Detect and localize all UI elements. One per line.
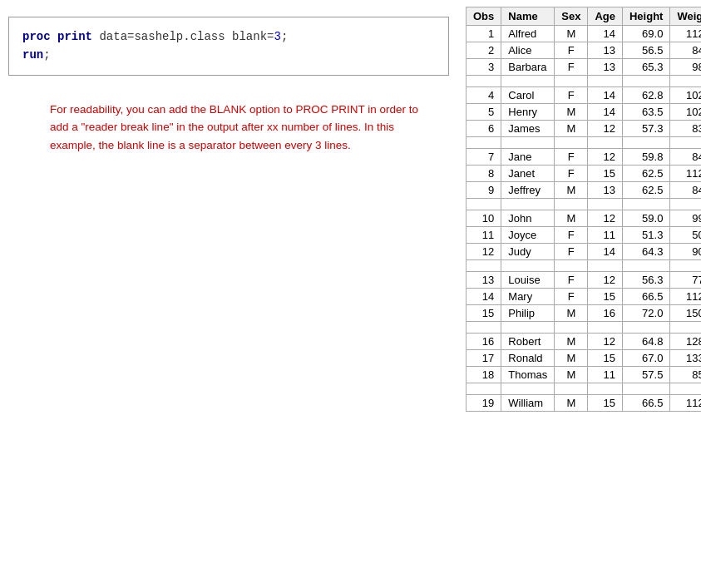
col-age: Age: [588, 7, 623, 26]
cell-sex: M: [555, 350, 588, 367]
cell-name: Robert: [501, 334, 555, 350]
cell-name: Barbara: [501, 59, 555, 76]
cell-obs: 9: [467, 182, 501, 199]
col-obs: Obs: [467, 7, 501, 26]
cell-obs: 6: [467, 121, 501, 137]
cell-weight: 85.0: [670, 367, 701, 383]
cell-name: Jeffrey: [501, 182, 555, 199]
cell-sex: F: [555, 42, 588, 59]
cell-sex: F: [555, 149, 588, 166]
cell-age: 12: [588, 210, 623, 227]
cell-sex: M: [555, 104, 588, 121]
table-row: 2AliceF1356.584.0: [467, 42, 702, 59]
cell-height: 51.3: [622, 227, 669, 244]
cell-age: 14: [588, 87, 623, 104]
cell-height: 59.0: [622, 210, 669, 227]
cell-name: Louise: [501, 272, 555, 289]
cell-weight: 90.0: [670, 244, 701, 260]
cell-sex: M: [555, 305, 588, 322]
table-row: 17RonaldM1567.0133.0: [467, 350, 702, 367]
blank-separator-row: [467, 137, 702, 149]
cell-sex: F: [555, 227, 588, 244]
cell-weight: 50.5: [670, 227, 701, 244]
cell-name: Joyce: [501, 227, 555, 244]
cell-height: 62.5: [622, 166, 669, 182]
cell-name: Carol: [501, 87, 555, 104]
cell-obs: 1: [467, 26, 501, 42]
left-panel: proc print data=sashelp.class blank=3; r…: [0, 0, 466, 171]
table-row: 19WilliamM1566.5112.0: [467, 395, 702, 412]
cell-obs: 15: [467, 305, 501, 322]
proc-keyword: proc: [22, 30, 51, 43]
cell-age: 12: [588, 121, 623, 137]
cell-name: Thomas: [501, 367, 555, 383]
cell-weight: 84.5: [670, 149, 701, 166]
right-panel: Obs Name Sex Age Height Weight 1AlfredM1…: [466, 0, 701, 418]
cell-weight: 150.0: [670, 305, 701, 322]
cell-obs: 10: [467, 210, 501, 227]
code-semi-2: ;: [43, 48, 50, 62]
cell-height: 66.5: [622, 289, 669, 305]
cell-obs: 2: [467, 42, 501, 59]
cell-name: Judy: [501, 244, 555, 260]
cell-obs: 17: [467, 350, 501, 367]
description-text: For readability, you can add the BLANK o…: [8, 101, 449, 155]
cell-name: William: [501, 395, 555, 412]
table-row: 15PhilipM1672.0150.0: [467, 305, 702, 322]
cell-weight: 112.5: [670, 26, 701, 42]
cell-name: Ronald: [501, 350, 555, 367]
cell-sex: F: [555, 272, 588, 289]
data-table: Obs Name Sex Age Height Weight 1AlfredM1…: [466, 7, 701, 412]
cell-sex: F: [555, 244, 588, 260]
cell-height: 56.3: [622, 272, 669, 289]
cell-name: Mary: [501, 289, 555, 305]
blank-separator-row: [467, 322, 702, 334]
table-row: 18ThomasM1157.585.0: [467, 367, 702, 383]
cell-age: 11: [588, 227, 623, 244]
table-row: 7JaneF1259.884.5: [467, 149, 702, 166]
cell-sex: F: [555, 87, 588, 104]
cell-age: 13: [588, 42, 623, 59]
cell-sex: M: [555, 395, 588, 412]
blank-separator-row: [467, 383, 702, 395]
cell-obs: 4: [467, 87, 501, 104]
cell-age: 14: [588, 244, 623, 260]
cell-height: 66.5: [622, 395, 669, 412]
table-row: 10JohnM1259.099.5: [467, 210, 702, 227]
cell-age: 12: [588, 334, 623, 350]
cell-obs: 8: [467, 166, 501, 182]
cell-age: 16: [588, 305, 623, 322]
cell-obs: 14: [467, 289, 501, 305]
cell-weight: 77.0: [670, 272, 701, 289]
cell-obs: 3: [467, 59, 501, 76]
cell-name: Alice: [501, 42, 555, 59]
cell-weight: 98.0: [670, 59, 701, 76]
cell-name: John: [501, 210, 555, 227]
cell-age: 13: [588, 182, 623, 199]
cell-height: 59.8: [622, 149, 669, 166]
cell-height: 62.5: [622, 182, 669, 199]
cell-age: 12: [588, 272, 623, 289]
blank-separator-row: [467, 199, 702, 210]
table-row: 14MaryF1566.5112.0: [467, 289, 702, 305]
cell-name: Janet: [501, 166, 555, 182]
cell-obs: 19: [467, 395, 501, 412]
cell-obs: 13: [467, 272, 501, 289]
print-keyword: print: [51, 30, 92, 43]
cell-name: Philip: [501, 305, 555, 322]
cell-name: Henry: [501, 104, 555, 121]
cell-sex: M: [555, 367, 588, 383]
cell-obs: 18: [467, 367, 501, 383]
cell-age: 15: [588, 166, 623, 182]
cell-weight: 102.5: [670, 87, 701, 104]
cell-weight: 128.0: [670, 334, 701, 350]
cell-height: 65.3: [622, 59, 669, 76]
cell-obs: 7: [467, 149, 501, 166]
cell-weight: 84.0: [670, 42, 701, 59]
table-row: 9JeffreyM1362.584.0: [467, 182, 702, 199]
cell-weight: 133.0: [670, 350, 701, 367]
col-height: Height: [622, 7, 669, 26]
cell-age: 13: [588, 59, 623, 76]
cell-height: 72.0: [622, 305, 669, 322]
cell-height: 64.8: [622, 334, 669, 350]
